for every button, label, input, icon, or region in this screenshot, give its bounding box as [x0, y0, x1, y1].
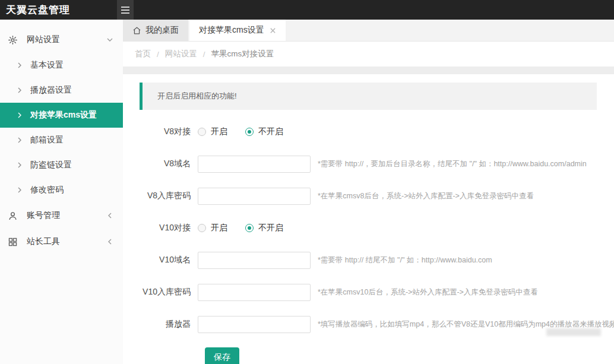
field-label: V8入库密码: [140, 191, 198, 201]
radio-label: 开启: [211, 126, 227, 137]
radio-option-V10对接-开启[interactable]: 开启: [198, 223, 227, 233]
field-label: V8对接: [140, 126, 198, 137]
tab-bar: 我的桌面对接苹果cms设置: [123, 20, 614, 42]
sidebar-item-label: 防盗链设置: [30, 160, 72, 170]
sidebar-item-label: 邮箱设置: [30, 135, 64, 145]
text-input-V8域名[interactable]: [198, 156, 311, 173]
settings-form: V8对接开启不开启V8域名*需要带 http://，要加后台目录名称，结尾不加 …: [140, 123, 602, 333]
form-row-V10入库密码: V10入库密码*在苹果cmsv10后台，系统->站外入库配置->入库免登录密码中…: [140, 283, 602, 301]
radio-option-V8对接-不开启[interactable]: 不开启: [245, 126, 283, 137]
sidebar-group-account[interactable]: 账号管理: [0, 202, 123, 229]
sidebar-group-tools[interactable]: 站长工具: [0, 229, 123, 255]
radio-checked-icon: [245, 128, 254, 136]
settings-panel: 开启后启用相应的功能! V8对接开启不开启V8域名*需要带 http://，要加…: [123, 74, 614, 364]
sidebar-item-5[interactable]: 修改密码: [0, 178, 123, 202]
watermark-smudge: [546, 328, 601, 336]
arrow-right-icon: [17, 112, 23, 118]
chevron-down-icon: [106, 36, 113, 43]
arrow-right-icon: [17, 87, 23, 93]
sidebar-group-site-settings[interactable]: 网站设置: [0, 27, 123, 53]
arrow-right-icon: [17, 187, 23, 193]
field-label: V8域名: [140, 159, 198, 169]
gear-icon: [8, 35, 18, 45]
sidebar-item-2[interactable]: 对接苹果cms设置: [0, 103, 123, 128]
save-button[interactable]: 保存: [205, 347, 239, 364]
chevron-left-icon: [106, 212, 113, 219]
sidebar-group-label: 站长工具: [27, 236, 106, 247]
radio-label: 开启: [211, 223, 227, 233]
field-hint: *需要带 http:// 结尾不加 "/" 如：http://www.baidu…: [318, 255, 492, 265]
arrow-right-icon: [17, 162, 23, 168]
breadcrumb-separator: /: [157, 50, 159, 59]
sidebar-items: 基本设置播放器设置对接苹果cms设置邮箱设置防盗链设置修改密码: [0, 53, 123, 202]
field-hint: *在苹果cmsv8后台，系统->站外入库配置->入库免登录密码中查看: [318, 191, 534, 201]
hamburger-icon: [121, 7, 129, 8]
field-label: V10对接: [140, 223, 198, 233]
form-row-播放器: 播放器*填写播放器编码，比如填写mp4，那么不管V8还是V10都用编码为mp4的…: [140, 315, 602, 333]
sidebar-item-1[interactable]: 播放器设置: [0, 78, 123, 103]
divider: [123, 67, 614, 74]
tab-1[interactable]: 对接苹果cms设置: [189, 20, 286, 41]
tab-0[interactable]: 我的桌面: [123, 20, 188, 41]
topbar: 天翼云盘管理: [0, 0, 614, 20]
sidebar-item-label: 修改密码: [30, 185, 64, 195]
field-hint: *填写播放器编码，比如填写mp4，那么不管V8还是V10都用编码为mp4的播放器…: [318, 319, 614, 330]
field-label: V10入库密码: [140, 287, 198, 297]
radio-option-V8对接-开启[interactable]: 开启: [198, 126, 227, 137]
home-icon: [132, 26, 141, 35]
sidebar-item-label: 基本设置: [30, 60, 64, 71]
tab-label: 我的桌面: [145, 25, 179, 36]
sidebar-item-label: 对接苹果cms设置: [30, 110, 97, 121]
sidebar-group-label: 网站设置: [27, 34, 106, 45]
form-row-V10对接: V10对接开启不开启: [140, 219, 602, 237]
form-row-V8域名: V8域名*需要带 http://，要加后台目录名称，结尾不加 "/" 如：htt…: [140, 155, 602, 173]
text-input-V8入库密码[interactable]: [198, 188, 311, 205]
main-content: 我的桌面对接苹果cms设置 首页/网站设置/苹果cms对接设置 开启后启用相应的…: [123, 20, 614, 364]
field-label: 播放器: [140, 319, 198, 330]
app-title: 天翼云盘管理: [0, 3, 117, 17]
form-row-V10域名: V10域名*需要带 http:// 结尾不加 "/" 如：http://www.…: [140, 251, 602, 269]
sidebar-item-0[interactable]: 基本设置: [0, 53, 123, 78]
radio-unchecked-icon: [198, 224, 206, 232]
form-row-V8对接: V8对接开启不开启: [140, 123, 602, 141]
sidebar-item-3[interactable]: 邮箱设置: [0, 128, 123, 153]
sidebar-item-label: 播放器设置: [30, 85, 72, 96]
arrow-right-icon: [17, 137, 23, 143]
arrow-right-icon: [17, 62, 23, 68]
breadcrumb-item-2: 苹果cms对接设置: [211, 49, 274, 59]
grid-icon: [8, 237, 18, 247]
radio-label: 不开启: [258, 223, 283, 233]
radio-label: 不开启: [258, 126, 283, 137]
breadcrumb-separator: /: [203, 50, 205, 59]
user-icon: [8, 211, 18, 221]
breadcrumb: 首页/网站设置/苹果cms对接设置: [123, 42, 614, 67]
text-input-V10域名[interactable]: [198, 252, 311, 269]
sidebar: 网站设置 基本设置播放器设置对接苹果cms设置邮箱设置防盗链设置修改密码 账号管…: [0, 20, 123, 364]
breadcrumb-item-0[interactable]: 首页: [135, 49, 151, 59]
close-icon[interactable]: [270, 27, 276, 34]
text-input-播放器[interactable]: [198, 316, 311, 333]
form-row-V8入库密码: V8入库密码*在苹果cmsv8后台，系统->站外入库配置->入库免登录密码中查看: [140, 187, 602, 205]
breadcrumb-item-1[interactable]: 网站设置: [165, 49, 197, 59]
sidebar-toggle-button[interactable]: [117, 0, 134, 20]
radio-unchecked-icon: [198, 128, 206, 136]
text-input-V10入库密码[interactable]: [198, 284, 311, 301]
alert-banner: 开启后启用相应的功能!: [140, 83, 597, 110]
alert-text: 开启后启用相应的功能!: [157, 91, 237, 102]
field-label: V10域名: [140, 255, 198, 265]
radio-checked-icon: [245, 224, 254, 232]
field-hint: *需要带 http://，要加后台目录名称，结尾不加 "/" 如：http://…: [318, 159, 587, 169]
sidebar-item-4[interactable]: 防盗链设置: [0, 153, 123, 178]
save-row: 保存: [205, 347, 602, 364]
sidebar-group-label: 账号管理: [27, 210, 106, 221]
field-hint: *在苹果cmsv10后台，系统->站外入库配置->入库免登录密码中查看: [318, 287, 538, 297]
chevron-left-icon: [106, 238, 113, 245]
radio-option-V10对接-不开启[interactable]: 不开启: [245, 223, 283, 233]
tab-label: 对接苹果cms设置: [199, 25, 264, 36]
